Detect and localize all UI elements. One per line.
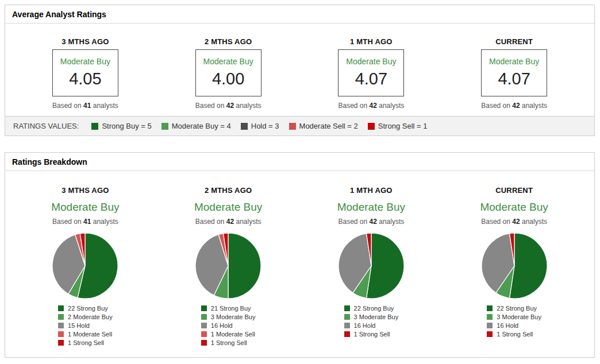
panel-title: Ratings Breakdown <box>5 153 594 171</box>
analyst-count: 42 <box>370 102 377 110</box>
pie-chart <box>480 231 549 300</box>
legend-color-swatch <box>241 123 248 130</box>
legend-color-swatch <box>201 323 207 328</box>
pie-legend-row: 22 Strong Buy <box>344 304 399 312</box>
rating-box: Moderate Buy 4.05 <box>52 49 118 96</box>
legend-color-swatch <box>344 305 350 311</box>
pie-slice-strong-buy <box>509 233 547 299</box>
panel-title: Average Analyst Ratings <box>5 5 594 24</box>
rating-text: Moderate Buy <box>339 57 403 66</box>
analyst-count: 42 <box>512 102 520 110</box>
legend-color-swatch <box>487 314 493 320</box>
rating-column-3mths: 3 MTHS AGO Moderate Buy 4.05 Based on 41… <box>14 37 157 110</box>
legend-color-swatch <box>201 305 207 311</box>
rating-value: 4.07 <box>339 69 403 88</box>
period-label: CURRENT <box>443 37 586 46</box>
period-label: CURRENT <box>443 186 586 195</box>
legend-label: 16 Hold <box>211 322 233 329</box>
period-label: 3 MTHS AGO <box>14 37 157 46</box>
legend-color-swatch <box>487 305 493 311</box>
legend-color-swatch <box>487 331 493 337</box>
legend-color-swatch <box>201 331 207 337</box>
analyst-count: 42 <box>370 218 377 226</box>
pie-legend-row: 16 Hold <box>201 321 256 330</box>
legend-label: 1 Strong Sell <box>354 331 390 338</box>
legend-color-swatch <box>344 331 350 337</box>
period-label: 3 MTHS AGO <box>14 186 157 195</box>
legend-color-swatch <box>344 323 350 328</box>
based-on-prefix: Based on <box>52 102 82 110</box>
rating-box: Moderate Buy 4.07 <box>481 49 547 96</box>
based-on-suffix: analysts <box>379 218 404 226</box>
period-label: 1 MTH AGO <box>300 186 443 195</box>
pie-legend-row: 21 Strong Buy <box>201 304 256 312</box>
pie-legend-row: 15 Hold <box>58 321 113 330</box>
rating-value: 4.00 <box>196 69 261 88</box>
pie-legend-row: 22 Strong Buy <box>58 304 113 312</box>
breakdown-columns: 3 MTHS AGO Moderate Buy Based on 41 anal… <box>5 171 594 348</box>
analyst-count: 42 <box>226 102 234 110</box>
based-on-suffix: analysts <box>93 102 118 110</box>
legend-label: 22 Strong Buy <box>497 305 537 312</box>
breakdown-column-1mth: 1 MTH AGO Moderate Buy Based on 42 analy… <box>300 186 443 348</box>
analyst-count-note: Based on 41 analysts <box>14 218 157 226</box>
pie-legend-row: 3 Moderate Buy <box>487 312 541 321</box>
legend-color-swatch <box>161 123 168 130</box>
legend-color-swatch <box>368 123 375 130</box>
pie-legend-row: 3 Moderate Buy <box>344 312 399 321</box>
legend-color-swatch <box>344 314 350 320</box>
legend-label: 2 Moderate Buy <box>68 313 113 320</box>
pie-legend-row: 1 Moderate Sell <box>201 330 256 338</box>
legend-color-swatch <box>58 314 64 320</box>
legend-color-swatch <box>487 323 493 328</box>
legend-label: Hold = 3 <box>251 122 279 130</box>
pie-chart <box>51 231 120 300</box>
rating-text: Moderate Buy <box>14 201 157 214</box>
rating-column-2mths: 2 MTHS AGO Moderate Buy 4.00 Based on 42… <box>157 37 300 110</box>
legend-label: Strong Sell = 1 <box>378 122 428 130</box>
based-on-suffix: analysts <box>236 218 261 226</box>
pie-legend-row: 1 Strong Sell <box>487 330 541 338</box>
rating-text: Moderate Buy <box>300 201 443 214</box>
analyst-count: 42 <box>226 218 234 226</box>
analyst-count-note: Based on 42 analysts <box>443 218 586 226</box>
legend-label: 1 Strong Sell <box>211 339 247 346</box>
breakdown-column-2mths: 2 MTHS AGO Moderate Buy Based on 42 anal… <box>157 186 300 348</box>
ratings-columns: 3 MTHS AGO Moderate Buy 4.05 Based on 41… <box>5 24 594 110</box>
legend-color-swatch <box>289 123 296 130</box>
legend-label: Strong Buy = 5 <box>102 122 151 130</box>
breakdown-column-current: CURRENT Moderate Buy Based on 42 analyst… <box>443 186 586 348</box>
period-label: 2 MTHS AGO <box>157 37 300 46</box>
analyst-count-note: Based on 42 analysts <box>300 218 443 226</box>
based-on-suffix: analysts <box>522 102 547 110</box>
rating-text: Moderate Buy <box>196 57 261 66</box>
ratings-values-legend: Strong Buy = 5Moderate Buy = 4Hold = 3Mo… <box>91 122 427 130</box>
rating-value: 4.07 <box>482 69 547 88</box>
legend-label: 21 Strong Buy <box>211 305 251 312</box>
pie-slice-strong-buy <box>366 233 404 299</box>
legend-label: 15 Hold <box>68 322 90 329</box>
legend-label: 16 Hold <box>354 322 376 329</box>
pie-legend-row: 16 Hold <box>344 321 399 330</box>
ratings-values-bar: RATINGS VALUES: Strong Buy = 5Moderate B… <box>5 116 594 135</box>
period-label: 2 MTHS AGO <box>157 186 300 195</box>
ratings-values-label: RATINGS VALUES: <box>13 122 79 130</box>
pie-legend: 22 Strong Buy3 Moderate Buy16 Hold1 Stro… <box>487 304 541 338</box>
rating-text: Moderate Buy <box>443 201 586 214</box>
legend-label: Moderate Buy = 4 <box>172 122 231 130</box>
analyst-count-note: Based on 42 analysts <box>443 102 586 110</box>
based-on-suffix: analysts <box>93 218 118 226</box>
legend-color-swatch <box>58 305 64 311</box>
legend-color-swatch <box>91 123 98 130</box>
pie-chart <box>337 231 406 300</box>
legend-color-swatch <box>201 314 207 320</box>
pie-legend-row: 1 Strong Sell <box>344 330 399 338</box>
pie-slice-strong-buy <box>228 233 261 299</box>
analyst-count: 41 <box>83 218 91 226</box>
legend-label: 1 Strong Sell <box>497 331 533 338</box>
pie-legend-row: 1 Moderate Sell <box>58 330 113 338</box>
pie-legend: 21 Strong Buy3 Moderate Buy16 Hold1 Mode… <box>201 304 256 347</box>
legend-label: 3 Moderate Buy <box>211 313 256 320</box>
pie-legend-row: 22 Strong Buy <box>487 304 541 312</box>
based-on-prefix: Based on <box>338 102 367 110</box>
